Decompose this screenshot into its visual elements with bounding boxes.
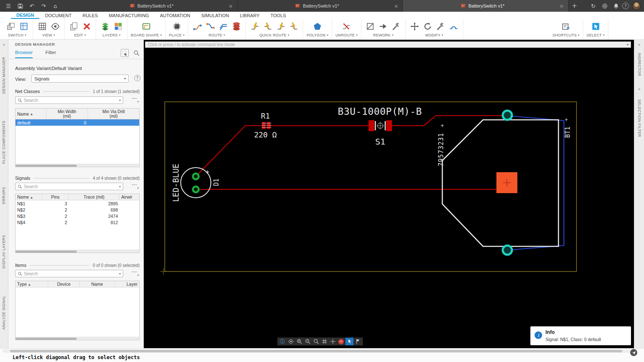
select-mode-icon[interactable] (345, 338, 353, 345)
silkscreen-r1-ref[interactable]: R1 (255, 111, 275, 120)
document-tab-3-active[interactable]: BatterySwitch v1* × (403, 0, 569, 12)
toolbar-menu-switch[interactable]: SWITCH▾ (8, 33, 26, 37)
zoom-in-icon[interactable] (295, 338, 303, 345)
column-name[interactable]: Name (80, 281, 115, 287)
zoom-fit-icon[interactable] (312, 338, 320, 345)
column-airwires[interactable]: Airwir (119, 194, 139, 200)
grid-icon[interactable] (320, 338, 328, 345)
select-icon[interactable] (590, 21, 601, 32)
board-shape-icon[interactable] (140, 21, 152, 32)
rotate-icon[interactable] (422, 21, 434, 32)
route-manual-icon[interactable] (192, 21, 203, 32)
bt1-pad-bottom[interactable] (503, 246, 512, 255)
chevron-down-icon[interactable]: ▾ (119, 98, 121, 102)
chevron-down-icon[interactable]: ▾ (119, 185, 121, 189)
column-min-width[interactable]: Min Width(mil) (47, 109, 88, 119)
view-select[interactable]: Signals ▾ (31, 75, 129, 83)
document-tab-1[interactable]: BatterySwitch v1* × (72, 0, 238, 12)
online-status-icon[interactable] (600, 1, 610, 10)
cleanup-wrench-icon[interactable] (391, 21, 402, 32)
rail-tab-analyze-signal[interactable]: ANALYZE SIGNAL (2, 293, 6, 332)
led-pad-cathode[interactable] (193, 186, 199, 192)
polygon-icon[interactable] (312, 21, 323, 32)
rail-tab-selection-filter[interactable]: SELECTION FILTER (637, 97, 641, 140)
menu-document[interactable]: DOCUMENT (39, 12, 77, 19)
quick-route-multi-icon[interactable] (262, 21, 273, 32)
toolbar-menu-place[interactable]: PLACE▾ (169, 33, 184, 37)
column-device[interactable]: Device (48, 281, 80, 287)
toolbar-menu-layers[interactable]: LAYERS▾ (103, 33, 121, 37)
avatar[interactable] (632, 2, 641, 10)
toolbar-menu-rework[interactable]: REWORK▾ (373, 33, 393, 37)
crosshair-icon[interactable] (329, 338, 337, 345)
route-active-icon[interactable] (205, 21, 216, 32)
close-icon[interactable]: × (393, 3, 399, 9)
trace-s1-to-bt1[interactable] (392, 116, 507, 126)
menu-simulation[interactable]: SIMULATION (196, 12, 234, 19)
column-layer[interactable]: Layer (115, 281, 139, 287)
led-pad-anode[interactable] (193, 173, 199, 179)
toolbar-menu-polygon[interactable]: POLYGON▾ (306, 33, 328, 37)
silkscreen-led-name[interactable]: LED-BLUE (171, 159, 181, 206)
menu-automation[interactable]: AUTOMATION (154, 12, 195, 19)
jumper-icon[interactable] (448, 21, 460, 32)
scrollbar-thumb[interactable] (10, 350, 622, 352)
new-tab-icon[interactable]: + (569, 0, 580, 12)
expand-inspector-icon[interactable]: « (634, 42, 644, 47)
menu-library[interactable]: LIBRARY (234, 12, 265, 19)
layer-colors-icon[interactable] (112, 21, 124, 32)
silkscreen-d1-ref[interactable]: D1 (213, 173, 220, 191)
remove-icon[interactable]: − (337, 338, 345, 345)
column-name[interactable]: Name▲ (16, 194, 42, 200)
net-class-row-default[interactable]: default 0 (16, 119, 139, 126)
signal-row-n4[interactable]: N$4 2 812 (16, 219, 139, 225)
save-icon[interactable] (15, 1, 25, 10)
view-visibility-icon[interactable] (49, 21, 61, 32)
horizontal-scrollbar[interactable] (16, 250, 139, 253)
silkscreen-bt-part-number[interactable]: 79573231 (437, 129, 445, 171)
rail-tab-display-layers[interactable]: DISPLAY LAYERS (2, 233, 6, 271)
search-input[interactable] (24, 271, 117, 276)
more-options-button[interactable]: ⋯ ▾ (129, 97, 140, 103)
signal-row-n2[interactable]: N$2 2 698 (16, 207, 139, 213)
rail-tab-errors[interactable]: ERRORS (2, 188, 6, 204)
signal-row-n1[interactable]: N$1 3 2895 (16, 200, 139, 207)
column-type[interactable]: Type▲ (16, 281, 48, 287)
net-classes-search[interactable]: ▾ (15, 96, 123, 104)
rail-tab-inspector[interactable]: INSPECTOR (637, 52, 641, 78)
toolbar-menu-board-shape[interactable]: BOARD SHAPE▾ (131, 33, 162, 37)
column-name[interactable]: Name▲ (16, 109, 47, 119)
menu-manufacturing[interactable]: MANUFACTURING (103, 12, 154, 19)
toolbar-menu-view[interactable]: VIEW▾ (42, 33, 55, 37)
scrollbar-thumb[interactable] (16, 251, 77, 253)
app-menu-icon[interactable]: ☰ (3, 1, 13, 10)
column-min-via-drill[interactable]: Min Via Drill(mil) (88, 109, 139, 119)
toolbar-menu-shortcuts[interactable]: SHORTCUTS▾ (553, 33, 579, 37)
probe-flag-icon[interactable] (354, 338, 362, 345)
tab-browser[interactable]: Browser (15, 50, 33, 58)
bt1-pad-top[interactable] (503, 111, 512, 120)
chevron-down-icon[interactable]: ▾ (119, 272, 121, 276)
search-input[interactable] (24, 184, 117, 189)
toolbar-menu-route[interactable]: ROUTE▾ (209, 33, 225, 37)
pcb-canvas[interactable]: ▾ B3U-1000P(M)-B R1 (144, 40, 634, 348)
close-icon[interactable]: × (228, 3, 234, 9)
s1-pad-2[interactable] (386, 120, 392, 131)
help-icon[interactable]: ? (134, 75, 140, 81)
grid-settings-icon[interactable] (36, 21, 48, 32)
copy-icon[interactable] (68, 21, 79, 32)
document-tab-2[interactable]: BatterySwitch v1* × (238, 0, 403, 12)
quick-route-fanout-icon[interactable] (275, 21, 286, 32)
silkscreen-bt1-ref[interactable]: BT1 (564, 123, 571, 141)
toolbar-menu-edit[interactable]: EDIT▾ (74, 33, 86, 37)
more-options-button[interactable]: ⋯ ▾ (129, 270, 140, 277)
job-status-icon[interactable]: ↻ (588, 1, 598, 10)
close-icon[interactable]: × (558, 3, 565, 9)
undo-icon[interactable]: ↶ (27, 1, 37, 10)
delete-icon[interactable] (81, 21, 92, 32)
quick-route-icon[interactable] (249, 21, 260, 32)
route-differential-icon[interactable] (218, 21, 229, 32)
horizontal-scrollbar[interactable] (16, 337, 139, 340)
silkscreen-s1-ref[interactable]: S1 (370, 137, 390, 147)
eye-icon[interactable] (287, 338, 295, 345)
